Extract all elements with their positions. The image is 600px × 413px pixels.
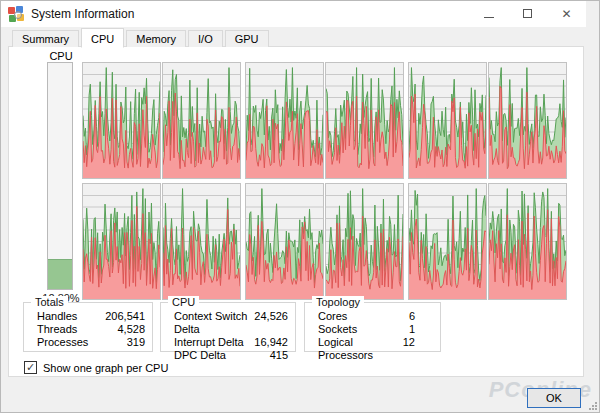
checkmark-icon: ✓ <box>26 362 35 372</box>
cpu-deltas-group: CPU Context Switch Delta 24,526 Interrup… <box>160 302 296 352</box>
ok-button[interactable]: OK <box>527 388 581 408</box>
cpu-tab-page: CPU 12.89% <box>8 46 584 377</box>
logical-processors-label: Logical Processors <box>318 336 403 362</box>
footer-bar: PConline OK <box>0 377 600 413</box>
cpu-graph-panel-3 <box>325 62 404 179</box>
magnifier-icon <box>14 11 22 19</box>
minimize-icon <box>484 16 494 18</box>
dpc-delta-label: DPC Delta <box>174 349 226 362</box>
show-one-graph-per-cpu-option[interactable]: ✓ Show one graph per CPU <box>24 361 168 374</box>
logical-processors-row: Logical Processors 12 <box>318 336 433 362</box>
totals-processes-label: Processes <box>37 336 88 349</box>
cpu-deltas-group-title: CPU <box>168 296 199 308</box>
totals-threads-value: 4,528 <box>117 323 145 336</box>
cpu-graph-panel-4 <box>408 62 487 179</box>
tab-memory[interactable]: Memory <box>126 30 186 47</box>
tab-io[interactable]: I/O <box>188 30 223 47</box>
context-switch-delta-label: Context Switch Delta <box>174 310 254 336</box>
totals-threads-label: Threads <box>37 323 77 336</box>
interrupt-delta-row: Interrupt Delta 16,942 <box>174 336 288 349</box>
cpu-graph-panel-6 <box>82 183 161 300</box>
maximize-icon <box>523 9 532 18</box>
cpu-graph-panel-10 <box>408 183 487 300</box>
title-bar: System Information ✕ <box>0 0 586 27</box>
topology-group-title: Topology <box>312 296 364 308</box>
context-switch-delta-value: 24,526 <box>254 310 288 336</box>
totals-processes-row: Processes 319 <box>37 336 145 349</box>
cpu-graph-panel-2 <box>245 62 324 179</box>
interrupt-delta-value: 16,942 <box>254 336 288 349</box>
tab-cpu[interactable]: CPU <box>81 28 124 48</box>
logical-processors-value: 12 <box>403 336 433 362</box>
totals-group-title: Totals <box>31 296 68 308</box>
totals-handles-value: 206,541 <box>105 310 145 323</box>
app-icon <box>8 6 24 22</box>
close-icon: ✕ <box>561 8 571 20</box>
tab-strip: Summary CPU Memory I/O GPU <box>12 27 271 47</box>
cpu-graph-panel-9 <box>325 183 404 300</box>
dpc-delta-row: DPC Delta 415 <box>174 349 288 362</box>
window-title: System Information <box>31 7 134 21</box>
cpu-graph-panel-5 <box>488 62 567 179</box>
cores-row: Cores 6 <box>318 310 433 323</box>
cpu-usage-gauge <box>47 62 73 290</box>
totals-threads-row: Threads 4,528 <box>37 323 145 336</box>
resize-grip[interactable] <box>588 401 598 411</box>
close-button[interactable]: ✕ <box>547 0 586 27</box>
cpu-graph-panel-1 <box>162 62 241 179</box>
cpu-usage-gauge-fill <box>48 259 72 289</box>
minimize-button[interactable] <box>469 0 508 27</box>
topology-group: Topology Cores 6 Sockets 1 Logical Proce… <box>304 302 441 352</box>
cores-value: 6 <box>409 310 433 323</box>
cpu-graph-panel-8 <box>245 183 324 300</box>
interrupt-delta-label: Interrupt Delta <box>174 336 244 349</box>
sockets-row: Sockets 1 <box>318 323 433 336</box>
show-one-graph-per-cpu-checkbox[interactable]: ✓ <box>24 361 37 374</box>
ok-button-label: OK <box>546 392 562 404</box>
tab-gpu[interactable]: GPU <box>225 30 269 47</box>
cpu-graph-panel-0 <box>82 62 161 179</box>
dialog-right-margin <box>584 27 600 377</box>
totals-handles-row: Handles 206,541 <box>37 310 145 323</box>
cores-label: Cores <box>318 310 347 323</box>
cpu-graph-panel-7 <box>162 183 241 300</box>
totals-handles-label: Handles <box>37 310 77 323</box>
totals-processes-value: 319 <box>127 336 145 349</box>
totals-group: Totals Handles 206,541 Threads 4,528 Pro… <box>23 302 153 352</box>
sockets-value: 1 <box>409 323 433 336</box>
sockets-label: Sockets <box>318 323 357 336</box>
cpu-gauge-label: CPU <box>47 50 75 62</box>
dpc-delta-value: 415 <box>270 349 288 362</box>
context-switch-delta-row: Context Switch Delta 24,526 <box>174 310 288 336</box>
cpu-graphs-grid <box>82 62 568 304</box>
show-one-graph-per-cpu-label: Show one graph per CPU <box>43 362 168 374</box>
tab-summary[interactable]: Summary <box>12 30 79 47</box>
cpu-graph-panel-11 <box>488 183 567 300</box>
maximize-button[interactable] <box>508 0 547 27</box>
